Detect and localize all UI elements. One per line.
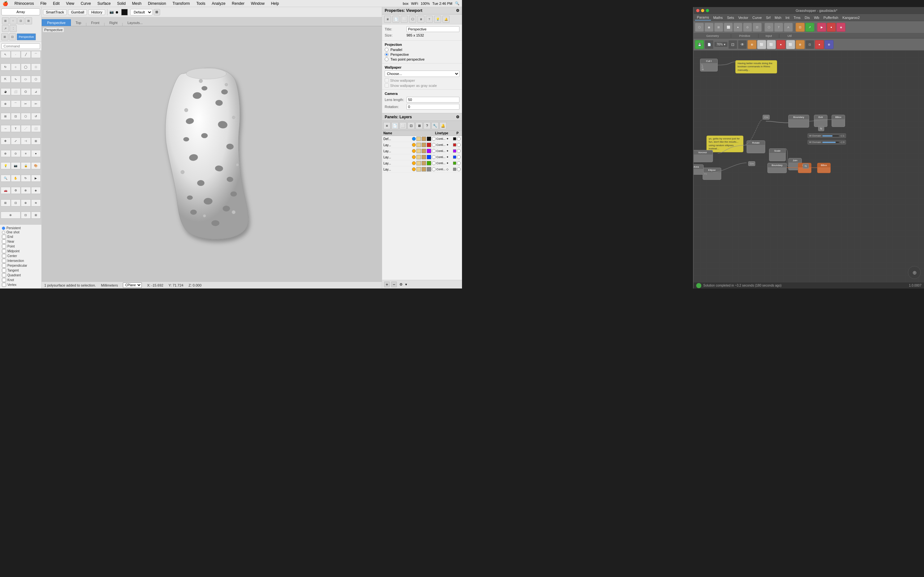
snap-end-checkbox[interactable] xyxy=(2,235,6,239)
tool-text[interactable]: T xyxy=(11,125,21,132)
snap-tangent[interactable]: Tangent xyxy=(2,268,39,273)
show-wallpaper-checkbox[interactable] xyxy=(384,78,389,82)
tool-arc[interactable]: ○ xyxy=(11,63,21,71)
tool-extra[interactable]: ⚙ xyxy=(11,187,21,194)
snap-intersection-checkbox[interactable] xyxy=(2,259,6,263)
tab-right[interactable]: Right xyxy=(105,19,121,26)
tool-rebuild[interactable]: ↺ xyxy=(31,113,41,120)
layer-row[interactable]: Lay... Conti... ✦ xyxy=(382,142,462,148)
tool-cplane[interactable]: ⊡ xyxy=(11,199,21,206)
menu-transform[interactable]: Transform xyxy=(171,1,191,6)
snap-tangent-checkbox[interactable] xyxy=(2,268,6,272)
tool-rotate[interactable]: ↻ xyxy=(1,63,11,71)
tool-pan[interactable]: ✋ xyxy=(11,175,21,182)
prop-light-icon[interactable]: 💡 xyxy=(434,16,441,23)
snap-end[interactable]: End xyxy=(2,234,39,239)
rotation-input[interactable] xyxy=(407,104,459,110)
layer-color-swatch[interactable] xyxy=(427,167,431,171)
menu-help[interactable]: Help xyxy=(270,1,280,6)
tool-hatch[interactable]: ⋰ xyxy=(21,125,31,132)
grid-icon[interactable]: ⊞ xyxy=(25,17,32,24)
perspective-tab-icon[interactable]: Perspective xyxy=(17,33,36,40)
layer-visibility-dot[interactable] xyxy=(412,161,416,165)
tab-front[interactable]: Front xyxy=(87,19,103,26)
projection-perspective[interactable]: Perspective xyxy=(384,53,459,56)
tool-patch[interactable]: ⬡ xyxy=(21,113,31,120)
snap-knot[interactable]: Knot xyxy=(2,277,39,282)
cursor-icon[interactable]: ↗ xyxy=(2,25,9,32)
layer-cube-icon[interactable]: ⬜ xyxy=(399,122,407,129)
add-layer-button[interactable]: + xyxy=(384,282,390,287)
lens-input[interactable] xyxy=(407,97,459,103)
show-gray-checkbox[interactable] xyxy=(384,83,389,87)
tool-transform[interactable]: ⇱ xyxy=(1,76,11,83)
prop-monitor-icon[interactable]: 🖥 xyxy=(417,16,425,23)
snap-midpoint[interactable]: Midpoint xyxy=(2,249,39,253)
points-icon[interactable]: ⁘ xyxy=(10,17,17,24)
tool-trim[interactable]: ✄ xyxy=(31,100,41,107)
tool-move[interactable]: ✥ xyxy=(1,137,11,145)
layer-color-swatch[interactable] xyxy=(427,149,431,153)
cplane-select[interactable]: CPlane xyxy=(123,282,142,288)
menu-surface[interactable]: Surface xyxy=(96,1,112,6)
snap-center[interactable]: Center xyxy=(2,253,39,258)
layer-visibility-dot[interactable] xyxy=(412,155,416,159)
snap-point-checkbox[interactable] xyxy=(2,244,6,248)
tool-render-btn[interactable]: ▶ xyxy=(31,175,41,182)
snap-oneshot[interactable]: One shot xyxy=(2,230,39,234)
apple-menu[interactable]: 🍎 xyxy=(3,1,8,6)
tab-layouts[interactable]: Layouts... xyxy=(124,19,147,26)
layer-color-swatch[interactable] xyxy=(427,137,431,141)
tool-fish[interactable]: ≋ xyxy=(31,199,41,206)
layer-wrench-icon[interactable]: 🔧 xyxy=(431,122,439,129)
snap-oneshot-radio[interactable] xyxy=(2,231,5,234)
tool-osnap[interactable]: ⊙ xyxy=(11,150,21,157)
snap-intersection[interactable]: Intersection xyxy=(2,258,39,263)
layer-settings-icon[interactable]: ⚙ xyxy=(399,282,403,287)
tool-mesh2[interactable]: ⊡ xyxy=(11,113,21,120)
menu-curve[interactable]: Curve xyxy=(79,1,92,6)
tool-lock[interactable]: 🔒 xyxy=(21,162,31,169)
tool-extra3[interactable]: ◈ xyxy=(31,187,41,194)
command-input[interactable] xyxy=(1,43,40,49)
prop-display-icon[interactable]: 🖵 xyxy=(409,16,416,23)
prop-help-icon[interactable]: ? xyxy=(426,16,433,23)
layer-visibility-dot[interactable] xyxy=(412,167,416,171)
color-swatch[interactable] xyxy=(121,9,128,15)
layer-visibility-dot[interactable] xyxy=(412,143,416,147)
tool-sphere[interactable]: ◕ xyxy=(1,88,11,95)
layer-visibility-dot[interactable] xyxy=(412,149,416,153)
projection-perspective-radio[interactable] xyxy=(384,53,389,56)
tool-ellipse[interactable]: ⬭ xyxy=(21,76,31,83)
snap-perpendicular[interactable]: Perpendicular xyxy=(2,263,39,268)
layer-color-swatch[interactable] xyxy=(427,143,431,147)
tool-extrude[interactable]: ⊿ xyxy=(31,88,41,95)
remove-layer-button[interactable]: − xyxy=(391,282,397,287)
tool-scale[interactable]: ⤢ xyxy=(11,137,21,145)
history-button[interactable]: History xyxy=(88,9,105,15)
layer-stack-icon[interactable]: ≡ xyxy=(383,122,391,129)
layer-bell-icon[interactable]: 🔔 xyxy=(439,122,447,129)
layer-color-swatch[interactable] xyxy=(427,161,431,165)
tool-rect[interactable]: □ xyxy=(31,63,41,71)
smarttrack-button[interactable]: SmartTrack xyxy=(43,9,67,15)
layer-frame-icon[interactable]: ⊡ xyxy=(407,122,415,129)
tool-gumball[interactable]: ⊞ xyxy=(1,199,11,206)
menu-edit[interactable]: Edit xyxy=(52,1,61,6)
prop-viewport-icon[interactable]: 🖥 xyxy=(384,16,391,23)
title-input[interactable] xyxy=(407,26,459,32)
tool-material[interactable]: ● xyxy=(31,150,41,157)
snap-knot-checkbox[interactable] xyxy=(2,278,6,282)
tool-box[interactable]: ⬜ xyxy=(11,88,21,95)
tool-history2[interactable]: ⊗ xyxy=(21,199,31,206)
tool-zoom[interactable]: 🔍 xyxy=(1,175,11,182)
tool-circle[interactable]: ◯ xyxy=(21,63,31,71)
wallpaper-select[interactable]: Choose... xyxy=(384,71,459,77)
layer-help-icon[interactable]: ? xyxy=(423,122,431,129)
projection-twopoint-radio[interactable] xyxy=(384,57,389,61)
layer-row[interactable]: Def... Conti... ✦ xyxy=(382,136,462,142)
tool-polyline[interactable]: ⌒ xyxy=(31,51,41,58)
tool-curve3d[interactable]: ∿ xyxy=(11,76,21,83)
tool-point[interactable]: · xyxy=(11,51,21,58)
menu-tools[interactable]: Tools xyxy=(195,1,207,6)
